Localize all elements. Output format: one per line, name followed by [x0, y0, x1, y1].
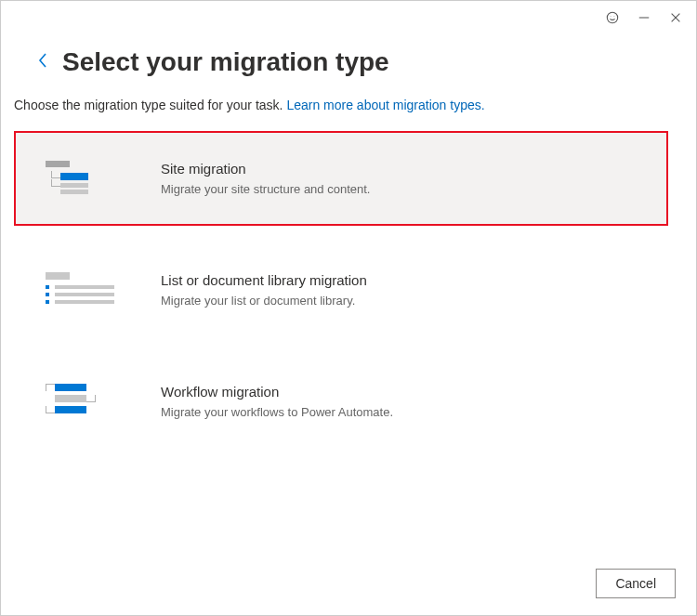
option-desc: Migrate your site structure and content. — [161, 182, 370, 196]
footer: Cancel — [596, 569, 676, 598]
option-text: List or document library migration Migra… — [161, 272, 367, 308]
chevron-left-icon[interactable] — [36, 52, 49, 73]
option-desc: Migrate your list or document library. — [161, 294, 367, 308]
cancel-button[interactable]: Cancel — [596, 569, 676, 598]
close-icon[interactable] — [668, 10, 683, 25]
header: Select your migration type — [14, 47, 668, 77]
window-controls — [592, 1, 696, 34]
option-list-library-migration[interactable]: List or document library migration Migra… — [14, 242, 668, 337]
option-site-migration[interactable]: Site migration Migrate your site structu… — [14, 131, 668, 226]
main-content: Select your migration type Choose the mi… — [1, 1, 696, 449]
subtitle: Choose the migration type suited for you… — [14, 98, 668, 112]
option-desc: Migrate your workflows to Power Automate… — [161, 405, 393, 419]
option-text: Workflow migration Migrate your workflow… — [161, 384, 393, 419]
page-title: Select your migration type — [62, 47, 389, 77]
option-title: Workflow migration — [161, 384, 393, 400]
workflow-icon — [46, 384, 124, 417]
option-title: Site migration — [161, 161, 370, 177]
option-text: Site migration Migrate your site structu… — [161, 161, 370, 196]
svg-point-2 — [613, 16, 614, 17]
option-title: List or document library migration — [161, 272, 367, 288]
list-library-icon — [46, 272, 124, 308]
svg-point-1 — [611, 16, 612, 17]
learn-more-link[interactable]: Learn more about migration types. — [286, 98, 484, 112]
option-workflow-migration[interactable]: Workflow migration Migrate your workflow… — [14, 354, 668, 449]
options-list: Site migration Migrate your site structu… — [14, 131, 668, 449]
site-structure-icon — [46, 161, 124, 194]
subtitle-text: Choose the migration type suited for you… — [14, 98, 286, 112]
minimize-icon[interactable] — [637, 10, 651, 25]
svg-point-0 — [607, 12, 617, 22]
smiley-icon[interactable] — [605, 10, 620, 25]
